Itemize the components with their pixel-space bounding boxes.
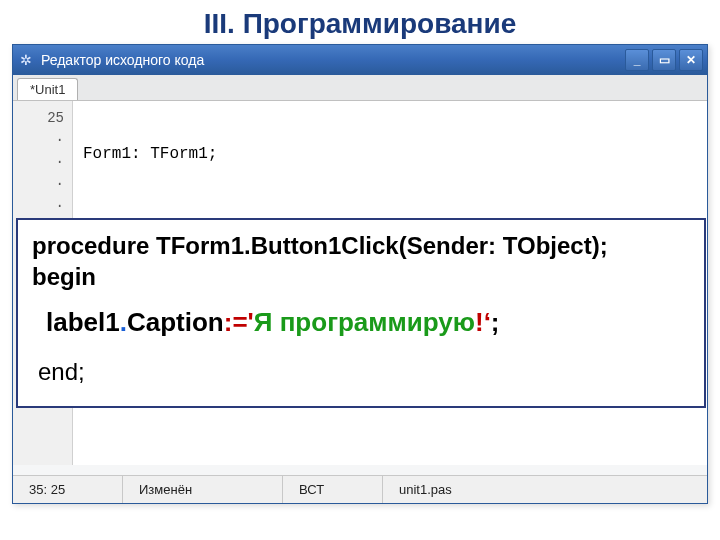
code-string: Я программирую [254, 307, 475, 337]
gutter-line: 25 [13, 107, 72, 129]
callout-line: procedure TForm1.Button1Click(Sender: TO… [32, 230, 690, 261]
code-quote: ‘ [484, 307, 491, 337]
code-dot: . [120, 307, 127, 337]
maximize-button[interactable]: ▭ [652, 49, 676, 71]
code-callout: procedure TForm1.Button1Click(Sender: TO… [16, 218, 706, 408]
callout-assignment: label1.Caption:='Я программирую!‘; [32, 292, 690, 340]
minimize-button[interactable]: _ [625, 49, 649, 71]
gutter-dot: · [13, 129, 72, 151]
status-insert-mode: ВСТ [283, 476, 383, 503]
app-icon: ✲ [17, 51, 35, 69]
status-bar: 35: 25 Изменён ВСТ unit1.pas [13, 475, 707, 503]
close-button[interactable]: ✕ [679, 49, 703, 71]
code-exclaim: ! [475, 307, 484, 337]
code-assign: := [224, 307, 248, 337]
window-title: Редактор исходного кода [41, 52, 625, 68]
code-line: Form1: TForm1; [83, 143, 697, 165]
code-semicolon: ; [491, 307, 500, 337]
status-filename: unit1.pas [383, 476, 707, 503]
callout-line: begin [32, 261, 690, 292]
code-object: label1 [46, 307, 120, 337]
gutter-dot: · [13, 195, 72, 217]
status-cursor-position: 35: 25 [13, 476, 123, 503]
gutter-dot: · [13, 173, 72, 195]
tab-bar: *Unit1 [13, 75, 707, 101]
gutter-dot: · [13, 151, 72, 173]
page-title: III. Программирование [0, 0, 720, 44]
code-property: Caption [127, 307, 224, 337]
tab-unit1[interactable]: *Unit1 [17, 78, 78, 100]
window-buttons: _ ▭ ✕ [625, 49, 703, 71]
callout-line: end; [32, 340, 690, 386]
status-modified: Изменён [123, 476, 283, 503]
titlebar[interactable]: ✲ Редактор исходного кода _ ▭ ✕ [13, 45, 707, 75]
